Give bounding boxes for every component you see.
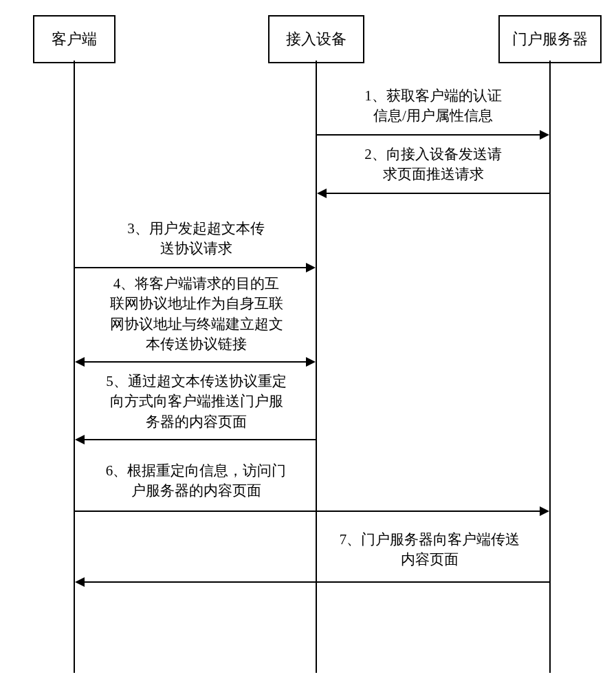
participant-access-device-label: 接入设备	[286, 30, 346, 47]
message-7-arrow	[76, 581, 549, 583]
participant-client-label: 客户端	[52, 30, 97, 47]
message-6-label: 6、根据重定向信息，访问门 户服务器的内容页面	[86, 461, 306, 502]
message-3-label: 3、用户发起超文本传 送协议请求	[86, 219, 306, 259]
participant-client: 客户端	[33, 15, 116, 63]
message-6-arrow	[75, 510, 548, 512]
message-3-arrow	[75, 267, 314, 268]
message-1-arrow	[317, 134, 548, 136]
message-1-label: 1、获取客户端的认证 信息/用户属性信息	[327, 86, 540, 127]
participant-portal-server-label: 门户服务器	[512, 30, 588, 47]
message-7-label: 7、门户服务器向客户端传送 内容页面	[316, 530, 543, 570]
message-4-arrow	[76, 361, 314, 363]
message-2-arrow	[318, 193, 549, 194]
participant-portal-server: 门户服务器	[498, 15, 602, 63]
message-5-arrow	[76, 439, 316, 440]
message-4-label: 4、将客户端请求的目的互 联网协议地址作为自身互联 网协议地址与终端建立超文 本…	[81, 274, 311, 355]
message-2-label: 2、向接入设备发送请 求页面推送请求	[327, 144, 540, 185]
message-5-label: 5、通过超文本传送协议重定 向方式向客户端推送门户服 务器的内容页面	[81, 372, 311, 432]
participant-access-device: 接入设备	[268, 15, 364, 63]
lifeline-portal-server	[549, 61, 551, 673]
